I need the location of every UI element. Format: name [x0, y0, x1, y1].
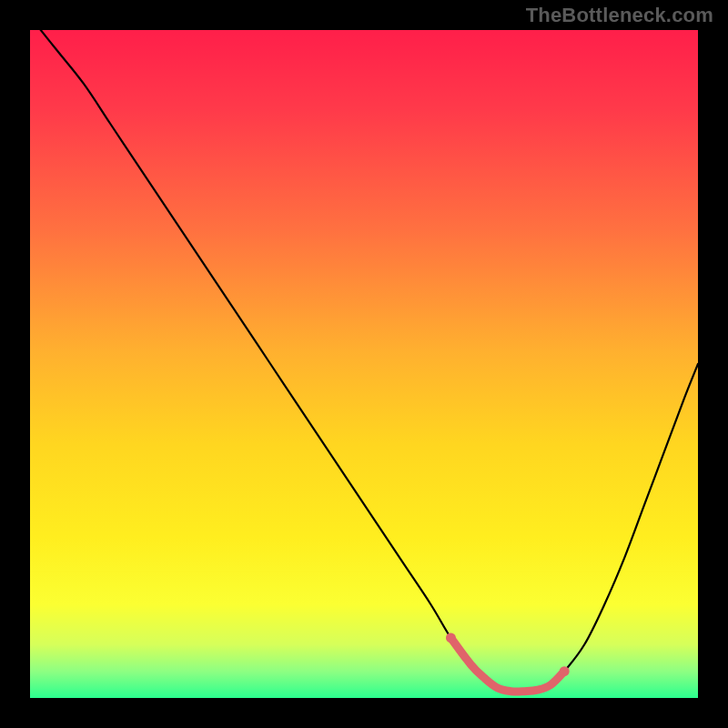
plot-area — [30, 30, 698, 698]
watermark-text: TheBottleneck.com — [526, 4, 713, 27]
chart-svg — [30, 30, 698, 698]
gradient-background — [30, 30, 698, 698]
optimal-start-dot — [446, 632, 456, 642]
optimal-end-dot — [560, 666, 570, 676]
chart-stage: TheBottleneck.com — [0, 0, 728, 728]
